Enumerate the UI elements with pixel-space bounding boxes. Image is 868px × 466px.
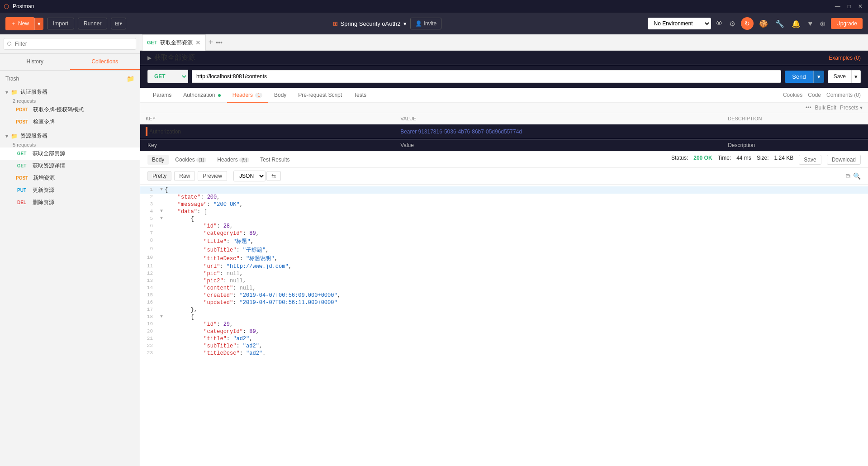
format-type-select[interactable]: JSON (233, 171, 266, 181)
request-item-get-all[interactable]: GET 获取全部资源 (0, 147, 140, 160)
header-value-auth[interactable]: Bearer 91317816-5036-4b76-86b7-05d96d557… (395, 124, 722, 139)
format-pretty-button[interactable]: Pretty (147, 171, 171, 181)
copy-button[interactable]: ⧉ (846, 172, 850, 180)
format-preview-button[interactable]: Preview (198, 171, 227, 181)
new-dropdown-button[interactable]: ▾ (34, 18, 43, 30)
sync-button[interactable]: ↻ (741, 17, 754, 30)
more-tabs-button[interactable]: ••• (216, 39, 223, 46)
tab-prerequest[interactable]: Pre-request Script (293, 88, 347, 103)
expand-icon[interactable]: ▶ (147, 55, 152, 61)
tab-headers[interactable]: Headers 1 (227, 88, 268, 103)
comments-link[interactable]: Comments (0) (826, 92, 861, 98)
import-button[interactable]: Import (47, 18, 74, 29)
header-desc-placeholder[interactable]: Description (722, 139, 868, 152)
toolbar-right: No Environment 👁 ⚙ ↻ 🍪 🔧 🔔 ♥ ⊕ Upgrade (648, 17, 863, 30)
search-input[interactable] (4, 38, 136, 50)
workspace-name-button[interactable]: ⊞ Spring Security oAuth2 ▾ (333, 20, 407, 27)
send-button[interactable]: Send (785, 71, 813, 83)
folder-auth-server-header[interactable]: ▾ 📁 认证服务器 (0, 86, 140, 98)
env-gear-icon-button[interactable]: ⚙ (727, 18, 737, 30)
wrench-icon-button[interactable]: 🔧 (773, 18, 786, 30)
tab-tests[interactable]: Tests (348, 88, 372, 103)
tab-close-button[interactable]: ✕ (195, 39, 201, 46)
resp-tab-body[interactable]: Body (147, 155, 169, 165)
environment-select[interactable]: No Environment (648, 18, 711, 29)
format-raw-button[interactable]: Raw (174, 171, 195, 181)
save-dropdown-button[interactable]: ▾ (852, 70, 861, 83)
examples-link[interactable]: Examples (0) (829, 55, 861, 61)
folder-icon: 📁 (11, 133, 18, 139)
folder-resource-server-header[interactable]: ▾ 📁 资源服务器 (0, 130, 140, 142)
folder-auth-server: ▾ 📁 认证服务器 2 requests POST 获取令牌-授权码模式 POS… (0, 85, 140, 129)
response-tabs-bar: Body Cookies (1) Headers (9) Test Result… (140, 152, 868, 168)
save-button[interactable]: Save (828, 70, 852, 83)
resp-tab-headers[interactable]: Headers (9) (213, 155, 254, 165)
request-item-put-update[interactable]: PUT 更新资源 (0, 184, 140, 196)
code-line-20: 20 "categoryId": 89, (140, 328, 868, 335)
folder-expand-icon: ▾ (5, 89, 8, 95)
header-key-placeholder[interactable]: Key (147, 142, 157, 148)
maximize-button[interactable]: □ (846, 1, 853, 11)
header-row-auth: Authorization Bearer 91317816-5036-4b76-… (140, 124, 868, 139)
request-name: 检查令牌 (33, 118, 55, 126)
sidebar: History Collections Trash 📁 ▾ 📁 认证服务器 2 … (0, 34, 140, 466)
heart-icon-button[interactable]: ♥ (806, 18, 814, 29)
invite-button[interactable]: 👤 Invite (410, 18, 442, 29)
upgrade-button[interactable]: Upgrade (831, 18, 863, 29)
send-dropdown-button[interactable]: ▾ (813, 71, 824, 83)
add-tab-button[interactable]: + (206, 38, 216, 47)
code-line-21: 21 "title": "ad2", (140, 335, 868, 342)
request-name-bar: ▶ 获取全部资源 Examples (0) (140, 51, 868, 65)
cookies-link[interactable]: Cookies (783, 92, 802, 98)
header-value-placeholder[interactable]: Value (395, 139, 722, 152)
tab-params[interactable]: Params (147, 88, 177, 103)
resp-tab-cookies[interactable]: Cookies (1) (171, 155, 211, 165)
cookie-icon-button[interactable]: 🍪 (757, 18, 770, 30)
header-desc-auth[interactable] (722, 124, 868, 139)
wrap-button[interactable]: ⇆ (266, 171, 281, 181)
notif-icon-button[interactable]: ⊕ (818, 18, 827, 30)
request-item-post-check[interactable]: POST 检查令牌 (0, 116, 140, 128)
bulk-edit-button[interactable]: Bulk Edit (815, 105, 836, 111)
request-name: 删除资源 (33, 199, 54, 206)
toggle-5[interactable]: ▼ (158, 216, 165, 221)
request-item-post-token[interactable]: POST 获取令牌-授权码模式 (0, 104, 140, 116)
response-save-button[interactable]: Save (799, 155, 821, 165)
presets-button[interactable]: Presets ▾ (840, 105, 863, 111)
toggle-4[interactable]: ▼ (158, 209, 165, 214)
toggle-18[interactable]: ▼ (158, 314, 165, 319)
request-item-get-detail[interactable]: GET 获取资源详情 (0, 160, 140, 172)
request-item-del-delete[interactable]: DEL 删除资源 (0, 196, 140, 209)
minimize-button[interactable]: — (833, 1, 842, 11)
header-row-empty: Key Value Description (140, 139, 868, 152)
bell-icon-button[interactable]: 🔔 (790, 18, 802, 30)
tab-body[interactable]: Body (269, 88, 292, 103)
toggle-1[interactable]: ▼ (158, 187, 165, 192)
trash-item[interactable]: Trash 📁 (0, 72, 140, 85)
method-badge-post: POST (14, 107, 29, 113)
tab-authorization[interactable]: Authorization (178, 88, 226, 103)
more-options-icon[interactable]: ••• (806, 105, 811, 111)
sidebar-tab-collections[interactable]: Collections (70, 54, 140, 70)
new-folder-icon[interactable]: 📁 (127, 75, 134, 82)
code-link[interactable]: Code (808, 92, 821, 98)
sidebar-tab-history[interactable]: History (0, 54, 70, 70)
resp-tab-test-results[interactable]: Test Results (256, 155, 294, 165)
new-button[interactable]: ＋ New (5, 17, 34, 30)
code-line-17: 17 }, (140, 306, 868, 314)
toolbar: ＋ New ▾ Import Runner ⊞▾ ⊞ Spring Securi… (0, 13, 868, 34)
request-name-display[interactable]: 获取全部资源 (154, 53, 195, 62)
url-input[interactable] (192, 70, 781, 83)
eye-icon-button[interactable]: 👁 (714, 18, 725, 29)
request-item-post-new[interactable]: POST 新增资源 (0, 172, 140, 184)
layouts-button[interactable]: ⊞▾ (111, 18, 126, 29)
method-select[interactable]: GET POST PUT DELETE (147, 70, 188, 83)
header-key-auth[interactable]: Authorization (149, 128, 181, 135)
tab-bar: GET 获取全部资源 ✕ + ••• (140, 34, 868, 51)
download-button[interactable]: Download (827, 155, 861, 165)
code-editor: 1 ▼ { 2 "state": 200, 3 "message": "200 … (140, 185, 868, 466)
active-request-tab[interactable]: GET 获取全部资源 ✕ (142, 34, 206, 51)
search-response-button[interactable]: 🔍 (853, 172, 861, 180)
close-button[interactable]: ✕ (856, 1, 864, 11)
runner-button[interactable]: Runner (78, 18, 107, 29)
